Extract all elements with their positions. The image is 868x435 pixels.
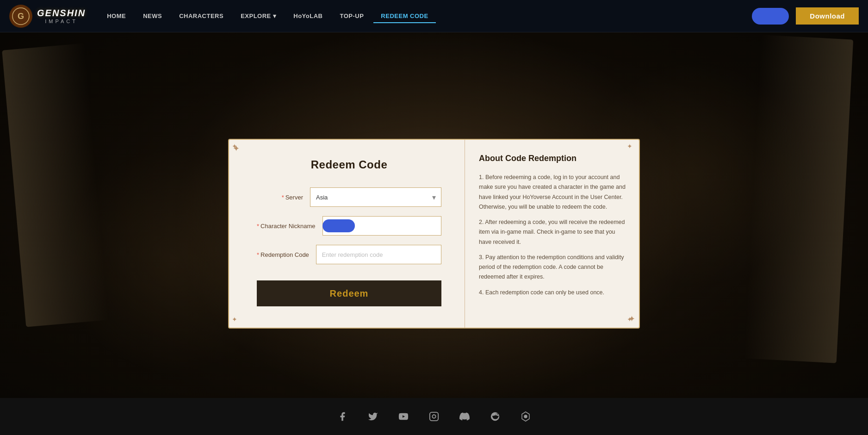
modal-corner-br: ✦ — [627, 316, 636, 325]
code-form-row: *Redemption Code — [257, 245, 441, 264]
modal-corner-tl: ✦ — [232, 143, 241, 152]
server-form-row: *Server Asia America Europe TW/HK/MO ▾ — [257, 187, 441, 207]
logo-genshin-text: GENSHIN — [37, 8, 86, 19]
hoyolab-icon[interactable] — [517, 408, 534, 425]
server-label: *Server — [257, 194, 303, 201]
modal-right-panel: About Code Redemption 1. Before redeemin… — [465, 140, 639, 328]
youtube-icon[interactable] — [395, 408, 412, 425]
nickname-label: *Character Nickname — [257, 223, 316, 230]
svg-rect-3 — [430, 412, 438, 421]
bg-scroll-right — [744, 35, 853, 363]
nav-link-explore[interactable]: EXPLORE ▾ — [233, 9, 284, 23]
modal-left-panel: Redeem Code *Server Asia America Europe … — [229, 140, 465, 328]
nickname-required-marker: * — [257, 223, 259, 230]
svg-text:G: G — [18, 12, 24, 21]
redemption-code-input[interactable] — [316, 245, 441, 264]
facebook-icon[interactable] — [334, 408, 351, 425]
nav-link-home[interactable]: HOME — [99, 9, 133, 23]
about-point-4: 4. Each redemption code can only be used… — [479, 288, 627, 298]
modal-corner-bl: ✦ — [232, 316, 241, 325]
user-avatar[interactable] — [752, 8, 789, 25]
twitter-icon[interactable] — [365, 408, 381, 425]
nav-links: HOME NEWS CHARACTERS EXPLORE ▾ HoYoLAB T… — [99, 9, 436, 23]
nickname-value-blob — [322, 219, 355, 232]
footer — [0, 398, 868, 435]
reddit-icon[interactable] — [487, 408, 503, 425]
redeem-button[interactable]: Redeem — [257, 280, 441, 306]
discord-icon[interactable] — [456, 408, 473, 425]
navbar-left: G GENSHIN IMPACT HOME NEWS CHARACTERS EX… — [9, 5, 436, 28]
about-text: 1. Before redeeming a code, log in to yo… — [479, 173, 627, 298]
logo-icon: G — [9, 5, 32, 28]
nav-link-hoyolab[interactable]: HoYoLAB — [286, 9, 330, 23]
chevron-down-icon: ▾ — [273, 12, 277, 19]
logo-impact-text: IMPACT — [45, 19, 78, 24]
nickname-input-wrapper — [322, 216, 441, 236]
nav-link-news[interactable]: NEWS — [136, 9, 169, 23]
about-point-3: 3. Pay attention to the redemption condi… — [479, 253, 627, 282]
redeem-modal: ✦ ✦ ✦ ✦ Redeem Code *Server Asia — [228, 139, 640, 329]
modal-corner-tr: ✦ — [627, 143, 636, 152]
instagram-icon[interactable] — [426, 408, 442, 425]
modal-title: Redeem Code — [257, 158, 441, 171]
nav-link-redeem-code[interactable]: REDEEM CODE — [373, 9, 435, 23]
logo-text: GENSHIN IMPACT — [37, 8, 86, 24]
download-button[interactable]: Download — [796, 7, 859, 25]
about-point-2: 2. After redeeming a code, you will rece… — [479, 218, 627, 247]
nav-link-characters[interactable]: CHARACTERS — [172, 9, 231, 23]
nav-link-topup[interactable]: TOP-UP — [332, 9, 371, 23]
svg-point-7 — [524, 415, 527, 418]
logo-area[interactable]: G GENSHIN IMPACT — [9, 5, 86, 28]
nickname-form-row: *Character Nickname — [257, 216, 441, 236]
server-select[interactable]: Asia America Europe TW/HK/MO — [310, 187, 441, 207]
about-title: About Code Redemption — [479, 154, 627, 163]
server-select-wrapper: Asia America Europe TW/HK/MO ▾ — [310, 187, 441, 207]
navbar: G GENSHIN IMPACT HOME NEWS CHARACTERS EX… — [0, 0, 868, 32]
navbar-right: Download — [752, 7, 859, 25]
server-required-marker: * — [282, 194, 284, 201]
code-required-marker: * — [257, 251, 259, 258]
modal-overlay: ✦ ✦ ✦ ✦ Redeem Code *Server Asia — [228, 139, 640, 329]
code-label: *Redemption Code — [257, 251, 309, 258]
about-point-1: 1. Before redeeming a code, log in to yo… — [479, 173, 627, 212]
hero-background: ✦ ✦ ✦ ✦ Redeem Code *Server Asia — [0, 0, 868, 435]
